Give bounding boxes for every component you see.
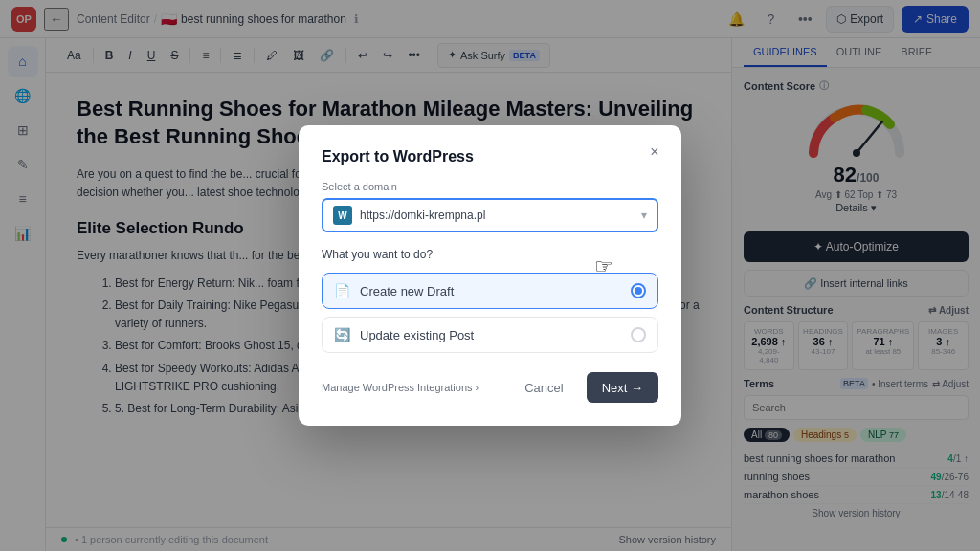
modal-footer: Manage WordPress Integrations › Cancel N… xyxy=(322,372,658,403)
create-draft-label: Create new Draft xyxy=(360,284,454,298)
modal-question: What you want to do? xyxy=(322,248,658,261)
manage-integrations-link[interactable]: Manage WordPress Integrations › xyxy=(322,382,479,393)
cancel-button[interactable]: Cancel xyxy=(509,372,578,403)
domain-text: https://domki-krempna.pl xyxy=(360,209,485,222)
domain-select[interactable]: W https://domki-krempna.pl ▾ xyxy=(322,198,658,232)
dropdown-arrow-icon: ▾ xyxy=(641,209,647,222)
export-modal: Export to WordPress × Select a domain W … xyxy=(299,125,681,426)
option-update-post[interactable]: 🔄 Update existing Post xyxy=(322,317,658,353)
radio-button-draft xyxy=(631,283,646,298)
modal-title: Export to WordPress xyxy=(322,148,658,165)
update-icon: 🔄 xyxy=(334,327,350,342)
draft-icon: 📄 xyxy=(334,283,350,298)
domain-label: Select a domain xyxy=(322,181,658,192)
radio-button-update xyxy=(631,327,646,342)
modal-actions: Cancel Next → xyxy=(509,372,658,403)
update-post-label: Update existing Post xyxy=(360,328,474,342)
next-button[interactable]: Next → xyxy=(587,372,658,403)
option-create-draft[interactable]: 📄 Create new Draft xyxy=(322,273,658,309)
wordpress-icon: W xyxy=(333,206,352,225)
modal-close-button[interactable]: × xyxy=(643,141,666,164)
modal-overlay: Export to WordPress × Select a domain W … xyxy=(0,0,980,551)
